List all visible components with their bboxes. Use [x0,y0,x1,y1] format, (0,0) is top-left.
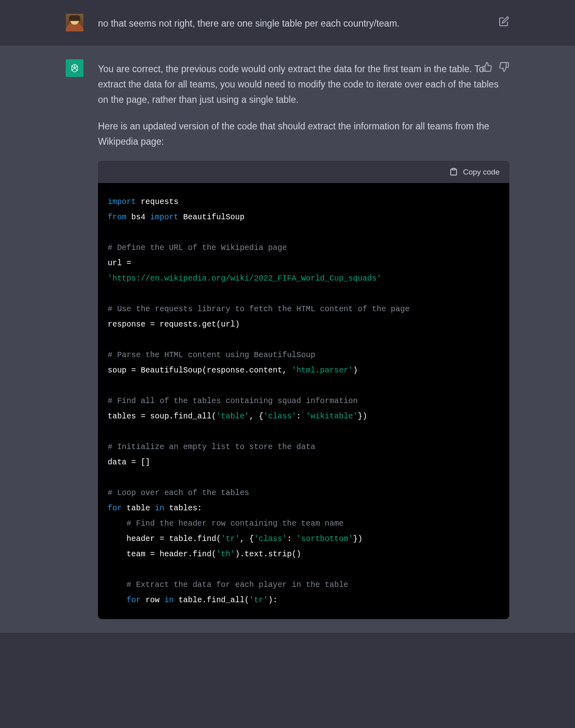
assistant-message-inner: You are correct, the previous code would… [66,59,509,619]
code-block: Copy code import requests from bs4 impor… [98,161,509,620]
user-text: no that seems not right, there are one s… [98,16,509,31]
thumbs-down-icon[interactable] [499,62,509,72]
code-block-header: Copy code [98,161,509,183]
copy-code-button[interactable]: Copy code [449,166,500,178]
edit-icon[interactable] [499,16,509,27]
copy-code-label: Copy code [463,166,500,178]
assistant-message-content: You are correct, the previous code would… [98,59,509,619]
code-body[interactable]: import requests from bs4 import Beautifu… [98,183,509,619]
user-avatar [66,14,83,31]
user-message-actions [499,16,509,27]
assistant-paragraph-2: Here is an updated version of the code t… [98,119,509,150]
assistant-paragraph-1: You are correct, the previous code would… [98,62,509,108]
thumbs-up-icon[interactable] [482,62,492,72]
svg-rect-0 [452,168,455,170]
assistant-message-actions [482,62,509,72]
assistant-message-row: You are correct, the previous code would… [0,46,575,633]
clipboard-icon [449,167,458,176]
user-message-row: no that seems not right, there are one s… [0,0,575,46]
assistant-avatar [66,59,83,77]
user-message-text: no that seems not right, there are one s… [98,14,509,31]
user-message-inner: no that seems not right, there are one s… [66,14,509,31]
